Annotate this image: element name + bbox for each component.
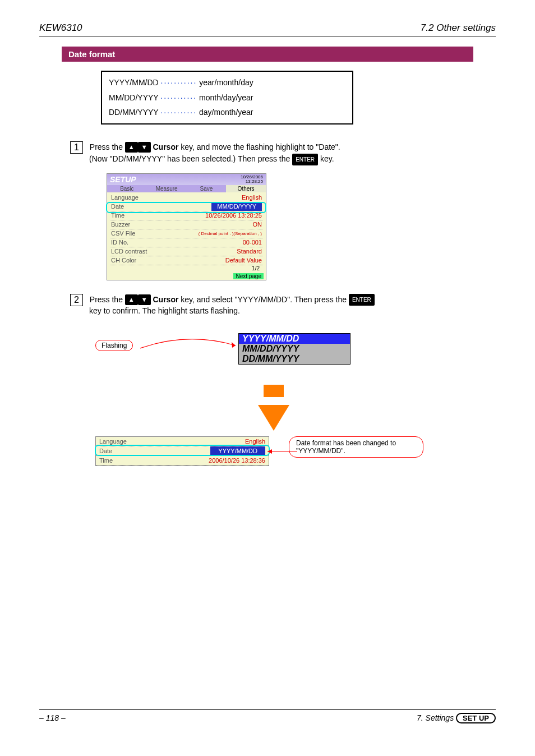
popup-opt-1[interactable]: YYYY/MM/DD — [239, 334, 350, 344]
dots-2: ··········· — [160, 93, 197, 102]
ss1-lbl-csv: CSV File — [111, 229, 135, 238]
fmt-opt3-left: DD/MM/YYYY — [109, 108, 158, 117]
flashing-callout: Flashing — [95, 340, 133, 351]
ss1-val-date[interactable]: MM/DD/YYYY — [211, 202, 262, 211]
ss2-val-language: English — [245, 437, 265, 446]
page-footer: – 118 – 7. Settings SET UP — [39, 709, 496, 722]
step2-mid: key, and select "YYYY/MM/DD". Then press… — [181, 294, 347, 303]
step1-pre: Press the — [90, 142, 123, 151]
ss1-val-id: 00-001 — [243, 238, 262, 247]
fmt-opt2-right: month/day/year — [199, 93, 253, 102]
step-2: 2 Press the Cursor key, and select "YYYY… — [70, 294, 496, 315]
enter-key-1[interactable]: ENTER — [292, 154, 318, 165]
section-title: Date format — [62, 47, 473, 62]
header-left: KEW6310 — [39, 22, 82, 34]
ss1-lbl-ch: CH Color — [111, 256, 136, 265]
footer-page-number: – 118 – — [39, 713, 66, 722]
ss1-lbl-lcd: LCD contrast — [111, 247, 147, 256]
next-page-button[interactable]: Next page — [233, 273, 264, 279]
tab-save[interactable]: Save — [187, 185, 227, 192]
ss1-lbl-buzzer: Buzzer — [111, 220, 130, 229]
ss2-lbl-time: Time — [99, 456, 113, 465]
step1-number: 1 — [70, 141, 83, 154]
ss1-val-csv: ( Decimal point . )(Separation , ) — [199, 229, 262, 238]
dots-1: ··········· — [161, 78, 197, 87]
ss2-lbl-language: Language — [99, 437, 127, 446]
ss1-lbl-date: Date — [111, 202, 124, 211]
fmt-opt2-left: MM/DD/YYYY — [109, 93, 158, 102]
tab-measure[interactable]: Measure — [147, 185, 187, 192]
enter-key-2[interactable]: ENTER — [349, 294, 375, 306]
cursor-up-key[interactable] — [125, 142, 138, 153]
tab-others[interactable]: Others — [226, 185, 266, 192]
step2-end: key to confirm. The highlight starts fla… — [89, 306, 240, 315]
ss2-val-date[interactable]: YYYY/MM/DD — [210, 446, 265, 455]
ss1-lbl-language: Language — [111, 193, 139, 202]
down-arrow-icon — [258, 405, 289, 431]
fmt-opt3-right: day/month/year — [199, 108, 253, 117]
ss1-title: SETUP — [110, 175, 136, 184]
page-header: KEW6310 7.2 Other settings — [39, 22, 496, 36]
step-1: 1 Press the Cursor key, and move the fla… — [70, 141, 496, 165]
ss1-lbl-id: ID No. — [111, 238, 128, 247]
cursor-label-1: Cursor — [153, 142, 179, 151]
step1-end: key. — [320, 154, 334, 163]
dots-3: ··········· — [160, 108, 197, 117]
date-format-box: YYYY/MM/DD ··········· year/month/day MM… — [101, 71, 353, 125]
ss2-val-time: 2006/10/26 13:28:36 — [209, 456, 265, 465]
ss1-val-ch: Default Value — [225, 256, 262, 265]
popup-opt-3[interactable]: DD/MM/YYYY — [239, 354, 350, 364]
footer-section: 7. Settings — [417, 713, 454, 722]
setup-pill: SET UP — [456, 713, 496, 723]
cursor-up-key-2[interactable] — [125, 294, 138, 305]
ss2-lbl-date: Date — [99, 446, 112, 455]
ss1-lbl-time: Time — [111, 211, 124, 220]
svg-marker-0 — [232, 342, 236, 348]
ss1-val-buzzer: ON — [253, 220, 262, 229]
popup-opt-2[interactable]: MM/DD/YYYY — [239, 344, 350, 354]
cursor-down-key[interactable] — [138, 142, 151, 153]
fmt-opt1-right: year/month/day — [199, 78, 253, 87]
ss1-val-language: English — [242, 193, 262, 202]
date-format-popup: YYYY/MM/DD MM/DD/YYYY DD/MM/YYYY — [238, 333, 350, 365]
changed-callout: Date format has been changed to "YYYY/MM… — [289, 436, 423, 458]
cursor-label-2: Cursor — [153, 294, 179, 303]
fmt-opt1-left: YYYY/MM/DD — [109, 78, 159, 87]
header-right: 7.2 Other settings — [421, 22, 496, 34]
step2-pre: Press the — [90, 294, 123, 303]
ss1-val-lcd: Standard — [237, 247, 262, 256]
ss1-ts-time: 13:28:25 — [246, 179, 263, 184]
arrow-stem — [264, 385, 284, 397]
step2-number: 2 — [70, 294, 83, 306]
cursor-down-key-2[interactable] — [138, 294, 151, 305]
ss1-page-indicator: 1/2 — [110, 265, 263, 271]
setup-screenshot-1: SETUP 10/26/200613:28:25 Basic Measure S… — [107, 173, 266, 280]
step1-mid: key, and move the flashing highlight to … — [181, 142, 340, 151]
tab-basic[interactable]: Basic — [107, 185, 147, 192]
setup-screenshot-2: LanguageEnglish DateYYYY/MM/DD Time2006/… — [95, 436, 269, 466]
ss1-val-time: 10/26/2006 13:28:25 — [205, 211, 262, 220]
step1-post: (Now "DD/MM/YYYY" has been selected.) Th… — [89, 154, 290, 163]
